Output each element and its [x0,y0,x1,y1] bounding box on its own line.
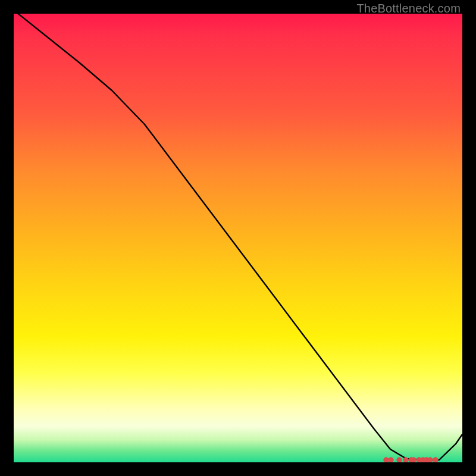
chart-markers [384,458,438,462]
chart-line-group [14,14,462,462]
watermark-text: TheBottleneck.com [356,2,461,15]
line-chart-svg [14,14,462,462]
chart-marker [389,458,393,462]
chart-frame: TheBottleneck.com [0,0,476,476]
chart-marker [428,458,433,462]
plot-area [14,14,462,462]
chart-line [14,14,462,460]
chart-marker [397,458,402,462]
chart-marker [403,458,408,462]
chart-marker [384,458,389,462]
chart-marker [411,458,416,462]
chart-marker [433,458,438,462]
